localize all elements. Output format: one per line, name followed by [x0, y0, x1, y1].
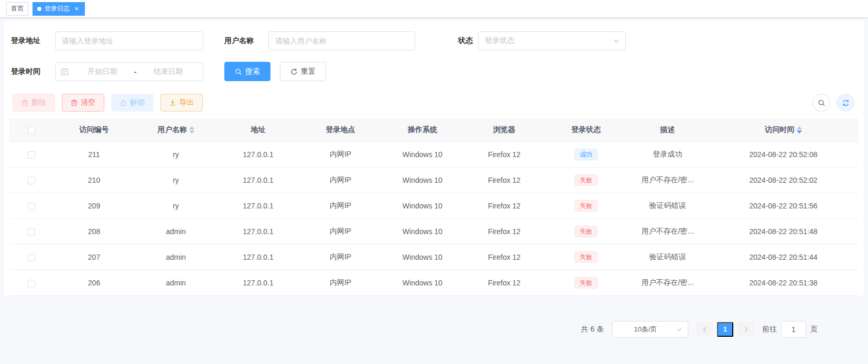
show-search-toggle-button[interactable] — [812, 94, 830, 112]
table-row[interactable]: 211 ry 127.0.0.1 内网IP Windows 10 Firefox… — [9, 141, 859, 167]
chevron-down-icon — [676, 326, 682, 333]
tab-home[interactable]: 首页 — [6, 2, 28, 16]
cell-access-time: 2024-08-22 20:51:44 — [708, 244, 859, 270]
cell-login-location: 内网IP — [299, 193, 382, 218]
cell-ip-address: 127.0.0.1 — [217, 141, 299, 167]
delete-button[interactable]: 删除 — [13, 94, 55, 112]
tab-close-icon[interactable]: × — [73, 5, 80, 13]
table-row[interactable]: 207 admin 127.0.0.1 内网IP Windows 10 Fire… — [9, 244, 859, 270]
table-row[interactable]: 206 admin 127.0.0.1 内网IP Windows 10 Fire… — [9, 270, 859, 295]
pagination-total: 共 6 条 — [581, 325, 604, 334]
export-button-label: 导出 — [179, 98, 194, 107]
table-row[interactable]: 208 admin 127.0.0.1 内网IP Windows 10 Fire… — [9, 218, 859, 244]
select-all-checkbox[interactable] — [28, 127, 35, 134]
goto-page-input[interactable] — [781, 321, 806, 338]
cell-login-location: 内网IP — [299, 244, 382, 270]
page-unit-label: 页 — [810, 325, 818, 334]
cell-browser: Firefox 12 — [463, 218, 545, 244]
column-header-login-location: 登录地点 — [299, 118, 382, 141]
row-checkbox[interactable] — [28, 177, 35, 184]
calendar-icon — [61, 68, 69, 75]
column-header-access-time[interactable]: 访问时间 — [708, 118, 859, 141]
table-row[interactable]: 209 ry 127.0.0.1 内网IP Windows 10 Firefox… — [9, 193, 859, 218]
trash-icon — [21, 99, 28, 106]
reset-button[interactable]: 重置 — [280, 62, 326, 81]
column-header-description: 描述 — [627, 118, 708, 141]
column-header-user-name[interactable]: 用户名称 — [135, 118, 217, 141]
cell-ip-address: 127.0.0.1 — [217, 218, 299, 244]
cell-access-time: 2024-08-22 20:51:38 — [708, 270, 859, 295]
user-name-input[interactable] — [268, 31, 415, 50]
goto-page: 前往 页 — [762, 321, 818, 338]
status-select[interactable]: 登录状态 — [478, 31, 626, 50]
cell-access-time: 2024-08-22 20:52:08 — [708, 141, 859, 167]
login-time-range-picker[interactable]: 开始日期 - 结束日期 — [55, 62, 203, 81]
page-size-select[interactable]: 10条/页 — [612, 321, 688, 338]
row-checkbox[interactable] — [28, 203, 35, 210]
sort-caret-icon[interactable] — [189, 126, 194, 134]
table-toolbar: 删除 清空 解锁 导出 — [13, 94, 859, 112]
cell-info-id: 209 — [53, 193, 135, 218]
cell-info-id: 206 — [53, 270, 135, 295]
next-page-button[interactable] — [737, 322, 754, 337]
end-date-placeholder: 结束日期 — [138, 67, 198, 76]
clear-button[interactable]: 清空 — [62, 94, 104, 112]
pagination-bar: 共 6 条 10条/页 1 前往 页 — [0, 321, 818, 338]
cell-os: Windows 10 — [382, 244, 463, 270]
cell-info-id: 208 — [53, 218, 135, 244]
refresh-icon — [290, 68, 298, 75]
status-badge: 失败 — [574, 226, 598, 237]
column-header-browser: 浏览器 — [463, 118, 545, 141]
cell-browser: Firefox 12 — [463, 270, 545, 295]
row-checkbox[interactable] — [28, 254, 35, 261]
form-item-user-name: 用户名称 — [224, 31, 415, 50]
sort-caret-icon[interactable] — [797, 126, 802, 134]
cell-ip-address: 127.0.0.1 — [217, 270, 299, 295]
cell-access-time: 2024-08-22 20:51:56 — [708, 193, 859, 218]
row-checkbox[interactable] — [28, 151, 35, 159]
prev-page-button[interactable] — [697, 322, 713, 337]
cell-os: Windows 10 — [382, 141, 463, 167]
search-icon — [818, 99, 826, 107]
row-checkbox[interactable] — [28, 280, 35, 287]
chevron-left-icon — [702, 326, 708, 333]
form-item-login-address: 登录地址 — [11, 31, 203, 50]
page-size-value: 10条/页 — [634, 325, 657, 334]
clear-button-label: 清空 — [81, 98, 95, 107]
tab-login-log[interactable]: 登录日志 × — [32, 2, 85, 16]
cell-os: Windows 10 — [382, 270, 463, 295]
toolbar-right-actions — [812, 94, 854, 112]
refresh-table-button[interactable] — [837, 94, 854, 112]
status-badge: 失败 — [574, 251, 598, 263]
row-checkbox[interactable] — [28, 228, 35, 236]
page-number-button[interactable]: 1 — [717, 322, 733, 337]
status-badge: 成功 — [574, 149, 598, 160]
cell-ip-address: 127.0.0.1 — [217, 244, 299, 270]
table-row[interactable]: 210 ry 127.0.0.1 内网IP Windows 10 Firefox… — [9, 167, 859, 193]
cell-browser: Firefox 12 — [463, 167, 545, 193]
cell-description: 用户不存在/密... — [627, 270, 708, 295]
form-item-login-time: 登录时间 开始日期 - 结束日期 — [11, 62, 203, 81]
status-label: 状态 — [453, 36, 473, 46]
cell-user-name: admin — [135, 270, 217, 295]
tab-login-log-label: 登录日志 — [45, 4, 70, 13]
cell-description: 用户不存在/密... — [627, 167, 708, 193]
search-form-row-2: 登录时间 开始日期 - 结束日期 搜索 重置 — [11, 62, 859, 81]
column-header-ip-address: 地址 — [217, 118, 299, 141]
cell-os: Windows 10 — [382, 167, 463, 193]
search-button[interactable]: 搜索 — [224, 62, 270, 81]
search-form-row-1: 登录地址 用户名称 状态 登录状态 — [11, 31, 859, 50]
cell-user-name: admin — [135, 218, 217, 244]
column-header-info-id: 访问编号 — [53, 118, 135, 141]
cell-os: Windows 10 — [382, 193, 463, 218]
cell-browser: Firefox 12 — [463, 141, 545, 167]
export-button[interactable]: 导出 — [160, 94, 203, 112]
form-item-status: 状态 登录状态 — [453, 31, 626, 50]
cell-user-name: ry — [135, 141, 217, 167]
trash-icon — [71, 99, 78, 106]
delete-button-label: 删除 — [31, 98, 46, 107]
chevron-down-icon — [613, 37, 620, 45]
unlock-button[interactable]: 解锁 — [111, 94, 154, 112]
cell-description: 验证码错误 — [627, 193, 708, 218]
login-address-input[interactable] — [55, 31, 203, 50]
